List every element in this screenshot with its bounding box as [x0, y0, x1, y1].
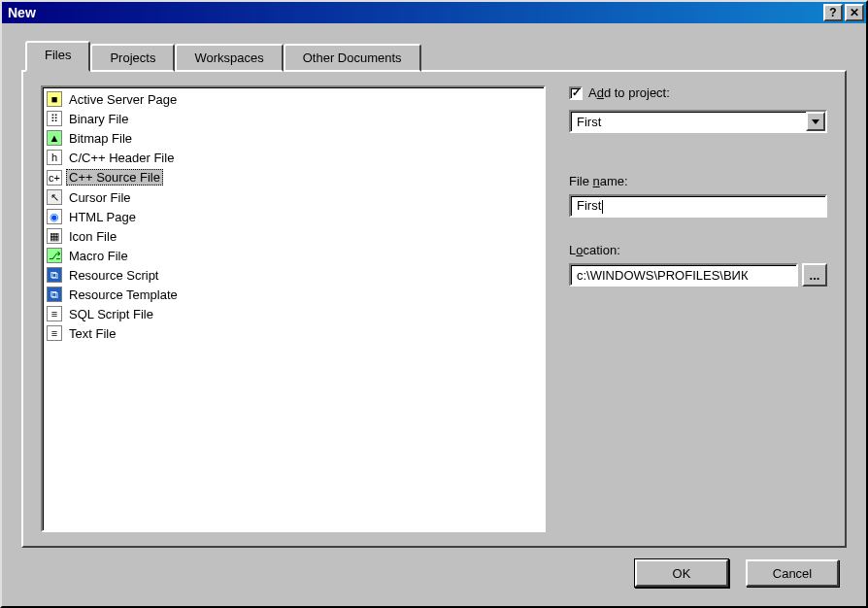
tab-label: Workspaces: [194, 51, 263, 65]
list-item-label: Resource Template: [66, 287, 181, 302]
list-item[interactable]: ≡SQL Script File: [43, 304, 544, 323]
list-item[interactable]: ⧉Resource Template: [43, 285, 544, 304]
list-item[interactable]: ▦Icon File: [43, 226, 544, 246]
close-button[interactable]: ✕: [845, 4, 864, 21]
list-item-label: HTML Page: [66, 210, 139, 224]
tab-workspaces[interactable]: Workspaces: [175, 44, 283, 72]
tab-projects[interactable]: Projects: [90, 44, 175, 72]
res-icon: ⧉: [47, 287, 62, 302]
list-item[interactable]: ◉HTML Page: [43, 207, 544, 226]
location-input[interactable]: c:\WINDOWS\PROFILES\ВИК: [569, 263, 798, 287]
bmp-icon: ▲: [47, 130, 62, 146]
titlebar[interactable]: New ? ✕: [2, 2, 866, 23]
cancel-button[interactable]: Cancel: [746, 559, 839, 587]
right-pane: Add to project: First File name: First L…: [569, 85, 827, 532]
project-combobox[interactable]: First: [569, 110, 827, 133]
location-value: c:\WINDOWS\PROFILES\ВИК: [577, 268, 749, 283]
tab-files[interactable]: Files: [25, 41, 90, 72]
close-icon: ✕: [850, 7, 859, 18]
asp-icon: ■: [47, 91, 62, 107]
tab-panel-files: ■Active Server Page⠿Binary File▲Bitmap F…: [21, 70, 847, 548]
add-to-project-checkbox[interactable]: [569, 86, 583, 100]
macro-icon: ⎇: [47, 248, 62, 263]
list-item[interactable]: ≡Text File: [43, 323, 544, 343]
list-item-label: C/C++ Header File: [66, 151, 177, 165]
add-to-project-label: Add to project:: [588, 85, 670, 100]
location-label: Location:: [569, 243, 827, 257]
list-item[interactable]: ■Active Server Page: [43, 89, 544, 109]
list-item-label: C++ Source File: [66, 169, 163, 186]
list-item[interactable]: ↖Cursor File: [43, 187, 544, 207]
list-item-label: Resource Script: [66, 268, 161, 283]
filename-input[interactable]: First: [569, 194, 827, 218]
location-row: c:\WINDOWS\PROFILES\ВИК ...: [569, 263, 827, 287]
list-item-label: Text File: [66, 326, 118, 341]
ico-icon: ▦: [47, 228, 62, 244]
html-icon: ◉: [47, 209, 62, 224]
browse-button[interactable]: ...: [802, 263, 827, 287]
ok-label: OK: [673, 566, 691, 581]
tab-label: Projects: [110, 51, 155, 65]
list-item-label: SQL Script File: [66, 307, 156, 321]
file-type-listbox[interactable]: ■Active Server Page⠿Binary File▲Bitmap F…: [41, 85, 546, 532]
list-item[interactable]: ⎇Macro File: [43, 246, 544, 265]
bin-icon: ⠿: [47, 111, 62, 126]
list-item[interactable]: ⧉Resource Script: [43, 265, 544, 285]
add-to-project-row: Add to project:: [569, 85, 827, 100]
tab-label: Other Documents: [303, 51, 402, 65]
list-item-label: Cursor File: [66, 190, 134, 205]
txt-icon: ≡: [47, 306, 62, 321]
help-icon: ?: [829, 7, 836, 18]
cancel-label: Cancel: [773, 566, 812, 581]
txt-icon: ≡: [47, 325, 62, 341]
list-item-label: Bitmap File: [66, 131, 135, 146]
chevron-down-icon: [812, 119, 819, 124]
filename-label: File name:: [569, 174, 827, 188]
filename-value: First: [577, 198, 603, 214]
dialog-buttons: OK Cancel: [21, 548, 847, 592]
list-item-label: Icon File: [66, 229, 119, 244]
help-button[interactable]: ?: [823, 4, 843, 21]
client-area: Files Projects Workspaces Other Document…: [2, 23, 866, 606]
tab-label: Files: [45, 48, 71, 62]
tab-other-documents[interactable]: Other Documents: [284, 44, 421, 72]
cpp-icon: c+: [47, 170, 62, 186]
browse-label: ...: [810, 268, 820, 283]
h-icon: h: [47, 150, 62, 165]
list-item[interactable]: hC/C++ Header File: [43, 148, 544, 167]
list-item[interactable]: ▲Bitmap File: [43, 128, 544, 148]
cur-icon: ↖: [47, 189, 62, 205]
res-icon: ⧉: [47, 267, 62, 283]
list-item[interactable]: ⠿Binary File: [43, 109, 544, 128]
list-item-label: Macro File: [66, 249, 131, 263]
project-combobox-dropdown-button[interactable]: [806, 112, 825, 131]
window-title: New: [8, 5, 821, 20]
list-item-label: Active Server Page: [66, 92, 180, 107]
dialog-new: New ? ✕ Files Projects Workspaces Other …: [0, 0, 868, 608]
list-item[interactable]: c+C++ Source File: [43, 167, 544, 187]
tabstrip: Files Projects Workspaces Other Document…: [21, 41, 847, 72]
ok-button[interactable]: OK: [635, 559, 728, 587]
project-combobox-value: First: [571, 112, 806, 131]
list-item-label: Binary File: [66, 112, 131, 126]
